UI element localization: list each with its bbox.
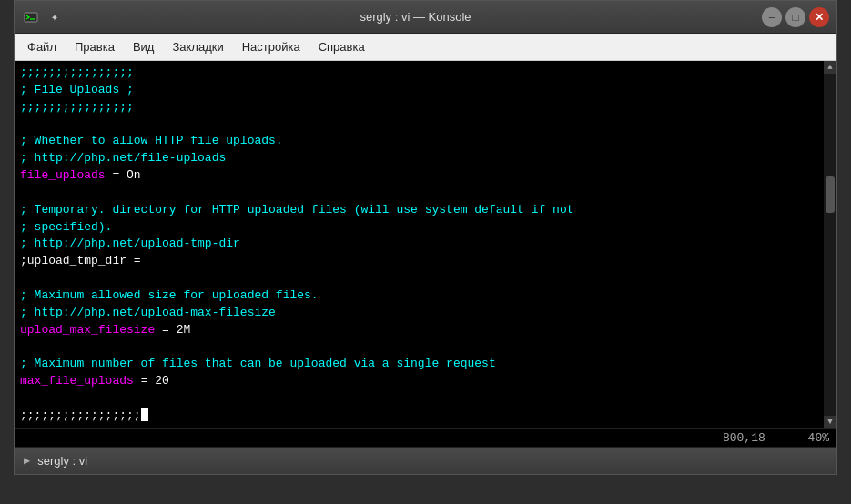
main-window: ✦ sergly : vi — Konsole – □ ✕ Файл Правк… xyxy=(14,0,837,475)
terminal-line: ; http://php.net/file-uploads xyxy=(20,150,818,167)
scroll-percent: 40% xyxy=(808,431,829,445)
pin-icon: ✦ xyxy=(46,8,64,26)
svg-rect-0 xyxy=(25,13,37,22)
scroll-up-arrow[interactable]: ▲ xyxy=(824,61,836,74)
titlebar: ✦ sergly : vi — Konsole – □ ✕ xyxy=(15,1,836,34)
terminal-line: ;;;;;;;;;;;;;;;; xyxy=(20,65,818,82)
scroll-down-arrow[interactable]: ▼ xyxy=(824,416,836,428)
terminal-line: ;upload_tmp_dir = xyxy=(20,253,818,270)
terminal-line: ; http://php.net/upload-max-filesize xyxy=(20,305,818,322)
bottom-bar: ▶ sergly : vi xyxy=(15,447,836,474)
scrollbar-track[interactable] xyxy=(824,74,836,416)
menubar: Файл Правка Вид Закладки Настройка Справ… xyxy=(15,34,836,61)
terminal-line: ;;;;;;;;;;;;;;;; xyxy=(20,99,818,116)
menu-file[interactable]: Файл xyxy=(18,36,66,57)
terminal-line: ; Maximum number of files that can be up… xyxy=(20,356,818,373)
menu-settings[interactable]: Настройка xyxy=(233,36,309,57)
terminal-line: max_file_uploads = 20 xyxy=(20,373,818,390)
close-button[interactable]: ✕ xyxy=(809,7,829,27)
terminal-icon: ▶ xyxy=(24,454,30,468)
terminal-line: ;;;;;;;;;;;;;;;;; xyxy=(20,408,818,425)
terminal-line xyxy=(20,116,818,134)
terminal-wrapper: ;;;;;;;;;;;;;;;;; File Uploads ;;;;;;;;;… xyxy=(15,61,836,428)
scrollbar-thumb[interactable] xyxy=(826,176,835,213)
terminal-line: file_uploads = On xyxy=(20,167,818,185)
menu-bookmarks[interactable]: Закладки xyxy=(163,36,232,57)
terminal-content[interactable]: ;;;;;;;;;;;;;;;;; File Uploads ;;;;;;;;;… xyxy=(15,61,824,428)
scrollbar[interactable]: ▲ ▼ xyxy=(824,61,836,428)
terminal-line xyxy=(20,339,818,357)
cursor-position: 800,18 xyxy=(723,431,765,445)
app-icon xyxy=(22,8,40,26)
terminal-line xyxy=(20,270,818,287)
terminal-line xyxy=(20,390,818,408)
status-bar: 800,18 40% xyxy=(15,428,836,447)
menu-view[interactable]: Вид xyxy=(124,36,164,57)
terminal-line: ; File Uploads ; xyxy=(20,82,818,99)
window-controls: – □ ✕ xyxy=(762,7,829,27)
terminal-line: ; Maximum allowed size for uploaded file… xyxy=(20,287,818,305)
terminal-line: ; Whether to allow HTTP file uploads. xyxy=(20,133,818,150)
menu-help[interactable]: Справка xyxy=(309,36,374,57)
terminal-line: ; specified). xyxy=(20,219,818,237)
terminal-line: ; http://php.net/upload-tmp-dir xyxy=(20,236,818,253)
bottom-title: sergly : vi xyxy=(37,454,87,468)
menu-edit[interactable]: Правка xyxy=(66,36,124,57)
minimize-button[interactable]: – xyxy=(762,7,782,27)
terminal-line xyxy=(20,185,818,202)
maximize-button[interactable]: □ xyxy=(785,7,805,27)
terminal-line: ; Temporary. directory for HTTP uploaded… xyxy=(20,202,818,219)
window-title: sergly : vi — Konsole xyxy=(69,10,762,24)
terminal-line: upload_max_filesize = 2M xyxy=(20,322,818,339)
